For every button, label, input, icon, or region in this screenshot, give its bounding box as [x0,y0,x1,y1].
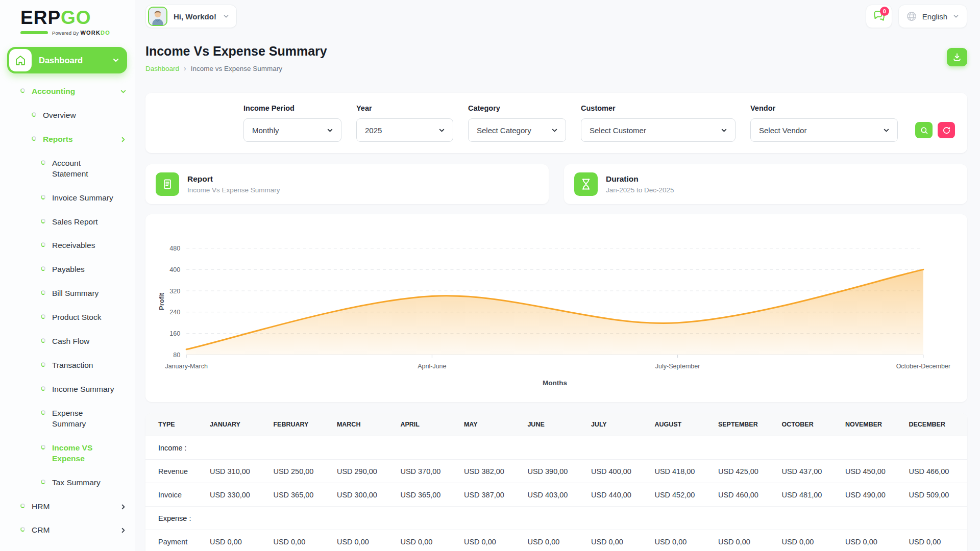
cell-value: USD 370,00 [395,460,459,483]
profit-chart: 80160240320400480January-MarchApril-June… [157,227,956,399]
topbar-actions: 0 English [866,5,967,28]
language-selector[interactable]: English [898,5,967,28]
sidebar-item-label: Receivables [52,240,95,251]
breadcrumb-current: Income vs Expense Summary [191,65,282,72]
cell-value: USD 310,00 [205,460,268,483]
sidebar-item-overview[interactable]: Overview [0,104,135,128]
reset-button[interactable] [938,122,955,138]
sidebar-item-payables[interactable]: Payables [0,258,135,282]
bullet-icon [41,160,45,165]
select-value: 2025 [365,126,382,135]
row-label: Revenue [145,460,205,483]
breadcrumb-dashboard-link[interactable]: Dashboard [145,65,179,72]
svg-text:Months: Months [543,379,567,387]
search-button[interactable] [915,122,933,138]
page-header: Income Vs Expense Summary Dashboard › In… [145,44,967,72]
sidebar-item-label: Income VS Expense [52,443,118,464]
sidebar-item-label: Accounting [32,86,75,97]
page-title: Income Vs Expense Summary [145,44,327,59]
sidebar-item-label: Account Statement [52,158,118,180]
sidebar-item-accounting[interactable]: Accounting [0,80,135,104]
cell-value: USD 440,00 [586,483,650,507]
cell-value: USD 0,00 [903,530,967,551]
sidebar-item-label: Invoice Summary [52,193,113,204]
refresh-icon [942,126,951,135]
svg-text:160: 160 [169,330,180,337]
row-label: Invoice [145,483,205,507]
download-button[interactable] [947,48,967,66]
sidebar-item-invoice-summary[interactable]: Invoice Summary [0,186,135,210]
cell-value: USD 437,00 [776,460,840,483]
customer-select[interactable]: Select Customer [581,118,736,142]
table-row: RevenueUSD 310,00USD 250,00USD 290,00USD… [145,460,967,483]
sidebar-item-tax-summary[interactable]: Tax Summary [0,471,135,495]
cell-value: USD 490,00 [840,483,904,507]
sidebar-item-income-summary[interactable]: Income Summary [0,378,135,402]
svg-text:240: 240 [169,309,180,316]
cell-value: USD 365,00 [268,483,332,507]
column-header: MARCH [332,413,396,436]
sidebar-item-label: Reports [43,134,73,145]
sidebar-item-sales-report[interactable]: Sales Report [0,210,135,234]
sidebar-item-bill-summary[interactable]: Bill Summary [0,282,135,306]
cell-value: USD 0,00 [459,530,523,551]
sidebar-item-account-statement[interactable]: Account Statement [0,152,135,186]
brand-logo[interactable]: ERPGO Powered By WORKDO [0,0,135,36]
sidebar-item-reports[interactable]: Reports [0,128,135,152]
cell-value: USD 400,00 [586,460,650,483]
column-header: AUGUST [649,413,713,436]
cell-value: USD 509,00 [903,483,967,507]
bullet-icon [41,480,45,484]
sidebar: ERPGO Powered By WORKDO Dashboard Accoun… [0,0,135,551]
user-menu[interactable]: Hi, Workdo! [145,5,237,28]
sidebar-item-transaction[interactable]: Transaction [0,354,135,378]
brand-underline [20,31,48,34]
download-icon [952,52,962,62]
sidebar-item-label: Dashboard [39,56,105,65]
card-title: Report [187,174,280,184]
svg-text:Profit: Profit [158,292,165,310]
brand-name: ERPGO [20,8,135,27]
filter-field-vendor: VendorSelect Vendor [750,104,898,142]
bullet-icon [32,136,36,141]
sidebar-item-crm[interactable]: CRM [0,518,135,542]
select-value: Monthly [252,126,279,135]
sidebar-item-receivables[interactable]: Receivables [0,234,135,258]
filter-field-income-period: Income PeriodMonthly [243,104,341,142]
cell-value: USD 425,00 [713,460,777,483]
cell-value: USD 330,00 [205,483,268,507]
filter-actions [915,122,955,138]
sidebar-item-label: Sales Report [52,217,98,228]
sidebar-item-label: Income Summary [52,384,114,395]
language-label: English [922,12,947,21]
table-section-row: Income : [145,436,967,460]
income-period-select[interactable]: Monthly [243,118,341,142]
column-header: APRIL [395,413,459,436]
document-icon [156,172,179,196]
section-label: Expense : [145,507,967,530]
bullet-icon [41,242,45,247]
vendor-select[interactable]: Select Vendor [750,118,898,142]
sidebar-item-dashboard[interactable]: Dashboard [7,47,127,73]
sidebar-item-income-vs-expense[interactable]: Income VS Expense [0,436,135,471]
column-header: NOVEMBER [840,413,904,436]
sidebar-item-product-stock[interactable]: Product Stock [0,306,135,330]
svg-text:480: 480 [169,245,180,252]
bullet-icon [41,410,45,415]
category-select[interactable]: Select Category [468,118,566,142]
svg-text:January-March: January-March [165,363,208,370]
report-card: ReportIncome Vs Expense Summary [145,164,549,204]
sidebar-item-hrm[interactable]: HRM [0,495,135,519]
filter-label: Year [356,104,453,112]
notifications-button[interactable]: 0 [866,5,892,28]
year-select[interactable]: 2025 [356,118,453,142]
sidebar-item-label: Expense Summary [52,408,118,430]
table-section-row: Expense : [145,507,967,530]
sidebar-item-cash-flow[interactable]: Cash Flow [0,330,135,354]
sidebar-item-expense-summary[interactable]: Expense Summary [0,402,135,436]
chart-card: 80160240320400480January-MarchApril-June… [145,214,967,402]
select-value: Select Category [477,126,531,135]
svg-text:July-September: July-September [655,363,700,370]
cell-value: USD 0,00 [649,530,713,551]
report-table: TYPEJANUARYFEBRUARYMARCHAPRILMAYJUNEJULY… [145,413,967,551]
